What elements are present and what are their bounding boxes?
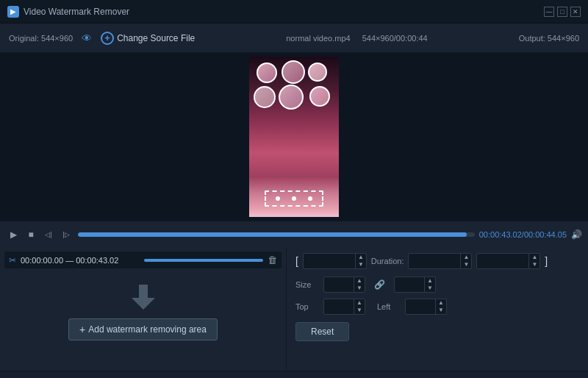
- original-dimensions: Original: 544×960: [9, 34, 73, 43]
- plus-circle-icon: +: [101, 32, 114, 45]
- height-input[interactable]: 66: [395, 278, 424, 291]
- start-time-input[interactable]: 00:00:00.00: [304, 254, 355, 268]
- duration-label: Duration:: [371, 257, 404, 265]
- top-label: Top: [295, 302, 318, 311]
- svg-marker-1: [132, 298, 155, 310]
- add-watermark-label: Add watermark removing area: [88, 324, 207, 335]
- title-bar: ▶ Video Watermark Remover — □ ✕: [0, 0, 588, 24]
- handle-dot: [292, 196, 296, 201]
- minimize-button[interactable]: —: [544, 7, 554, 17]
- svg-rect-0: [139, 285, 148, 298]
- duration-down[interactable]: ▼: [461, 261, 471, 268]
- play-button[interactable]: ▶: [6, 227, 21, 242]
- eye-icon[interactable]: 👁: [82, 32, 92, 44]
- start-time-arrows: ▲ ▼: [355, 254, 366, 268]
- close-button[interactable]: ✕: [570, 7, 581, 17]
- timeline-bar: ▶ ■ ◁| |▷ 00:00:43.02/00:00:44.05 🔊: [0, 221, 588, 247]
- end-time-up[interactable]: ▲: [529, 254, 539, 261]
- top-up[interactable]: ▲: [354, 299, 365, 307]
- frame-forward-button[interactable]: |▷: [59, 227, 74, 242]
- reset-button[interactable]: Reset: [295, 322, 349, 341]
- output-dimensions: Output: 544×960: [519, 34, 579, 43]
- video-dimensions: 544×960/00:00:44: [362, 34, 428, 43]
- bracket-open: [: [295, 255, 298, 267]
- left-input[interactable]: 260: [406, 300, 435, 313]
- video-preview: [0, 53, 588, 221]
- video-placeholder: [249, 57, 339, 217]
- height-input-group[interactable]: 66 ▲ ▼: [394, 277, 436, 293]
- watermark-handles: [276, 196, 312, 201]
- width-arrows: ▲ ▼: [354, 277, 365, 292]
- window-controls: — □ ✕: [544, 7, 581, 17]
- clip-time-range: 00:00:00.00 — 00:00:43.02: [21, 256, 140, 265]
- output-bar: Output: normal video_DeWatermark.mp4 ✏ |…: [0, 371, 588, 378]
- width-down[interactable]: ▼: [354, 285, 365, 292]
- top-input[interactable]: 889: [324, 300, 354, 313]
- change-source-button[interactable]: + Change Source File: [101, 32, 195, 45]
- right-panel: [ 00:00:00.00 ▲ ▼ Duration: 00:00:43.02 …: [287, 247, 588, 371]
- maximize-button[interactable]: □: [557, 7, 567, 17]
- video-filename: normal video.mp4: [286, 34, 350, 43]
- left-arrows: ▲ ▼: [435, 299, 446, 314]
- top-arrows: ▲ ▼: [354, 299, 365, 314]
- start-time-up[interactable]: ▲: [356, 254, 366, 261]
- width-input-group[interactable]: 280 ▲ ▼: [323, 277, 365, 293]
- add-watermark-section: + Add watermark removing area: [4, 274, 282, 348]
- volume-icon[interactable]: 🔊: [571, 229, 582, 240]
- left-panel: ✂ 00:00:00.00 — 00:00:43.02 🗑 + Add wate…: [0, 247, 287, 371]
- stop-button[interactable]: ■: [24, 227, 38, 242]
- width-input[interactable]: 280: [324, 278, 354, 291]
- duration-arrows: ▲ ▼: [460, 254, 471, 268]
- height-arrows: ▲ ▼: [424, 277, 435, 292]
- duration-up[interactable]: ▲: [461, 254, 471, 261]
- link-icon[interactable]: 🔗: [371, 279, 388, 290]
- progress-bar[interactable]: [78, 232, 475, 237]
- handle-dot: [308, 196, 312, 201]
- top-bar-center: normal video.mp4 544×960/00:00:44: [286, 34, 427, 43]
- end-time-input[interactable]: 00:00:43.02: [477, 254, 528, 268]
- top-bar-right: Output: 544×960: [519, 34, 579, 43]
- app-icon: ▶: [7, 6, 19, 18]
- top-bar: Original: 544×960 👁 + Change Source File…: [0, 24, 588, 53]
- clip-progress-bar: [144, 259, 263, 262]
- change-source-label: Change Source File: [117, 33, 195, 43]
- left-down[interactable]: ▼: [436, 307, 446, 314]
- height-down[interactable]: ▼: [425, 285, 435, 292]
- clip-row: ✂ 00:00:00.00 — 00:00:43.02 🗑: [4, 252, 282, 268]
- plus-icon: +: [79, 324, 85, 335]
- duration-spinner[interactable]: 00:00:43.02 ▲ ▼: [408, 253, 472, 269]
- left-input-group[interactable]: 260 ▲ ▼: [405, 299, 447, 315]
- add-watermark-button[interactable]: + Add watermark removing area: [68, 318, 218, 340]
- end-time-arrows: ▲ ▼: [528, 254, 539, 268]
- app-title: Video Watermark Remover: [24, 7, 129, 17]
- duration-input[interactable]: 00:00:43.02: [409, 254, 460, 268]
- height-up[interactable]: ▲: [425, 277, 435, 285]
- time-display: 00:00:43.02/00:00:44.05: [479, 230, 567, 239]
- top-down[interactable]: ▼: [354, 307, 365, 314]
- end-time-down[interactable]: ▼: [529, 261, 539, 268]
- watermark-selection-box[interactable]: [265, 190, 323, 207]
- start-time-spinner[interactable]: 00:00:00.00 ▲ ▼: [303, 253, 367, 269]
- start-time-down[interactable]: ▼: [356, 261, 366, 268]
- bracket-close: ]: [545, 255, 548, 267]
- title-bar-left: ▶ Video Watermark Remover: [7, 6, 129, 18]
- handle-dot: [276, 196, 280, 201]
- scissors-icon: ✂: [9, 255, 16, 265]
- trash-icon[interactable]: 🗑: [268, 254, 277, 265]
- top-input-group[interactable]: 889 ▲ ▼: [323, 299, 365, 315]
- time-row: [ 00:00:00.00 ▲ ▼ Duration: 00:00:43.02 …: [295, 253, 579, 269]
- down-arrow-icon: [129, 282, 158, 311]
- bottom-section: ✂ 00:00:00.00 — 00:00:43.02 🗑 + Add wate…: [0, 247, 588, 371]
- width-up[interactable]: ▲: [354, 277, 365, 285]
- video-frame: [249, 57, 339, 217]
- progress-fill: [78, 232, 467, 237]
- end-time-spinner[interactable]: 00:00:43.02 ▲ ▼: [476, 253, 540, 269]
- play-controls: ▶ ■ ◁| |▷: [6, 227, 74, 242]
- left-up[interactable]: ▲: [436, 299, 446, 307]
- frame-back-button[interactable]: ◁|: [41, 227, 56, 242]
- position-row: Top 889 ▲ ▼ Left 260 ▲ ▼: [295, 299, 579, 315]
- top-bar-left: Original: 544×960 👁 + Change Source File: [9, 32, 195, 45]
- size-label: Size: [295, 280, 318, 289]
- size-row: Size 280 ▲ ▼ 🔗 66 ▲ ▼: [295, 277, 579, 293]
- left-label: Left: [377, 302, 399, 311]
